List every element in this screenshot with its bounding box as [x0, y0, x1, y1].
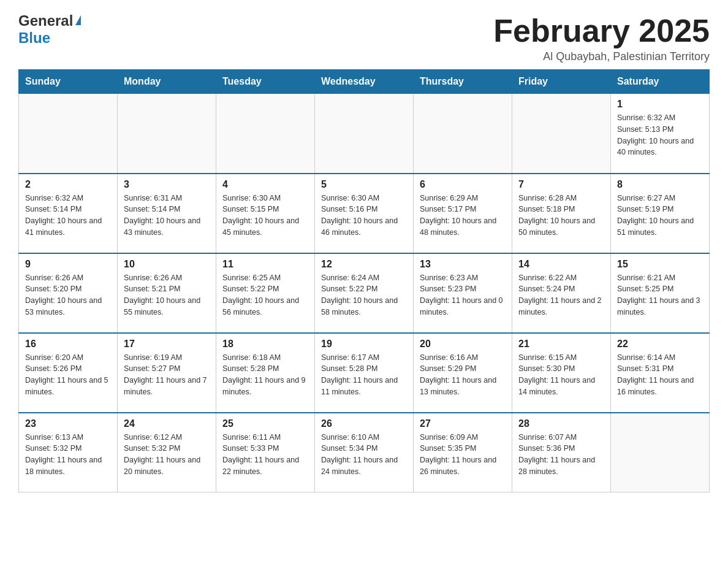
day-number: 8 — [617, 179, 703, 190]
calendar-cell — [512, 94, 611, 174]
calendar-cell: 11Sunrise: 6:25 AMSunset: 5:22 PMDayligh… — [216, 253, 315, 333]
calendar-cell: 24Sunrise: 6:12 AMSunset: 5:32 PMDayligh… — [118, 413, 216, 492]
calendar-cell: 9Sunrise: 6:26 AMSunset: 5:20 PMDaylight… — [19, 253, 118, 333]
calendar-cell: 5Sunrise: 6:30 AMSunset: 5:16 PMDaylight… — [315, 174, 414, 253]
calendar-cell: 19Sunrise: 6:17 AMSunset: 5:28 PMDayligh… — [315, 333, 414, 413]
day-number: 5 — [321, 179, 407, 190]
calendar-cell: 12Sunrise: 6:24 AMSunset: 5:22 PMDayligh… — [315, 253, 414, 333]
calendar-cell — [611, 413, 710, 492]
calendar-cell: 15Sunrise: 6:21 AMSunset: 5:25 PMDayligh… — [611, 253, 710, 333]
calendar-cell — [19, 94, 118, 174]
calendar-header-row: SundayMondayTuesdayWednesdayThursdayFrid… — [19, 70, 710, 94]
month-title: February 2025 — [493, 12, 710, 49]
day-info: Sunrise: 6:22 AMSunset: 5:24 PMDaylight:… — [518, 272, 604, 318]
day-info: Sunrise: 6:19 AMSunset: 5:27 PMDaylight:… — [124, 352, 210, 398]
calendar-cell: 14Sunrise: 6:22 AMSunset: 5:24 PMDayligh… — [512, 253, 611, 333]
page-header: General Blue February 2025 Al Qubaybah, … — [18, 12, 710, 63]
day-info: Sunrise: 6:12 AMSunset: 5:32 PMDaylight:… — [124, 432, 210, 478]
calendar-week-2: 2Sunrise: 6:32 AMSunset: 5:14 PMDaylight… — [19, 174, 710, 253]
day-info: Sunrise: 6:31 AMSunset: 5:14 PMDaylight:… — [124, 193, 210, 239]
day-info: Sunrise: 6:07 AMSunset: 5:36 PMDaylight:… — [518, 432, 604, 478]
calendar-cell: 4Sunrise: 6:30 AMSunset: 5:15 PMDaylight… — [216, 174, 315, 253]
day-info: Sunrise: 6:13 AMSunset: 5:32 PMDaylight:… — [25, 432, 111, 478]
col-header-sunday: Sunday — [19, 70, 118, 94]
calendar-week-1: 1Sunrise: 6:32 AMSunset: 5:13 PMDaylight… — [19, 94, 710, 174]
day-info: Sunrise: 6:11 AMSunset: 5:33 PMDaylight:… — [222, 432, 308, 478]
location-subtitle: Al Qubaybah, Palestinian Territory — [493, 50, 710, 63]
day-info: Sunrise: 6:28 AMSunset: 5:18 PMDaylight:… — [518, 193, 604, 239]
calendar-cell: 28Sunrise: 6:07 AMSunset: 5:36 PMDayligh… — [512, 413, 611, 492]
day-number: 25 — [222, 418, 308, 429]
day-number: 22 — [617, 339, 703, 350]
day-number: 16 — [25, 339, 111, 350]
col-header-friday: Friday — [512, 70, 611, 94]
day-info: Sunrise: 6:30 AMSunset: 5:16 PMDaylight:… — [321, 193, 407, 239]
calendar-cell — [216, 94, 315, 174]
day-number: 13 — [420, 259, 506, 270]
day-info: Sunrise: 6:15 AMSunset: 5:30 PMDaylight:… — [518, 352, 604, 398]
day-number: 11 — [222, 259, 308, 270]
day-info: Sunrise: 6:21 AMSunset: 5:25 PMDaylight:… — [617, 272, 703, 318]
calendar-cell: 10Sunrise: 6:26 AMSunset: 5:21 PMDayligh… — [118, 253, 216, 333]
day-number: 26 — [321, 418, 407, 429]
calendar-week-4: 16Sunrise: 6:20 AMSunset: 5:26 PMDayligh… — [19, 333, 710, 413]
day-info: Sunrise: 6:26 AMSunset: 5:21 PMDaylight:… — [124, 272, 210, 318]
day-number: 4 — [222, 179, 308, 190]
day-number: 3 — [124, 179, 210, 190]
day-number: 28 — [518, 418, 604, 429]
calendar-cell: 16Sunrise: 6:20 AMSunset: 5:26 PMDayligh… — [19, 333, 118, 413]
calendar-cell: 3Sunrise: 6:31 AMSunset: 5:14 PMDaylight… — [118, 174, 216, 253]
day-number: 6 — [420, 179, 506, 190]
day-number: 12 — [321, 259, 407, 270]
calendar-cell: 25Sunrise: 6:11 AMSunset: 5:33 PMDayligh… — [216, 413, 315, 492]
day-info: Sunrise: 6:16 AMSunset: 5:29 PMDaylight:… — [420, 352, 506, 398]
day-number: 18 — [222, 339, 308, 350]
day-number: 27 — [420, 418, 506, 429]
calendar-table: SundayMondayTuesdayWednesdayThursdayFrid… — [18, 69, 710, 492]
day-info: Sunrise: 6:26 AMSunset: 5:20 PMDaylight:… — [25, 272, 111, 318]
col-header-saturday: Saturday — [611, 70, 710, 94]
title-area: February 2025 Al Qubaybah, Palestinian T… — [493, 12, 710, 63]
calendar-week-3: 9Sunrise: 6:26 AMSunset: 5:20 PMDaylight… — [19, 253, 710, 333]
day-number: 15 — [617, 259, 703, 270]
logo-general-text: General — [18, 12, 73, 29]
day-info: Sunrise: 6:18 AMSunset: 5:28 PMDaylight:… — [222, 352, 308, 398]
col-header-monday: Monday — [118, 70, 216, 94]
logo: General Blue — [18, 12, 81, 47]
calendar-cell: 13Sunrise: 6:23 AMSunset: 5:23 PMDayligh… — [414, 253, 512, 333]
col-header-wednesday: Wednesday — [315, 70, 414, 94]
logo-blue-text: Blue — [18, 29, 50, 46]
day-number: 19 — [321, 339, 407, 350]
day-info: Sunrise: 6:17 AMSunset: 5:28 PMDaylight:… — [321, 352, 407, 398]
calendar-cell — [315, 94, 414, 174]
day-number: 21 — [518, 339, 604, 350]
day-number: 20 — [420, 339, 506, 350]
day-number: 10 — [124, 259, 210, 270]
calendar-cell: 22Sunrise: 6:14 AMSunset: 5:31 PMDayligh… — [611, 333, 710, 413]
day-number: 23 — [25, 418, 111, 429]
col-header-tuesday: Tuesday — [216, 70, 315, 94]
day-info: Sunrise: 6:30 AMSunset: 5:15 PMDaylight:… — [222, 193, 308, 239]
day-info: Sunrise: 6:20 AMSunset: 5:26 PMDaylight:… — [25, 352, 111, 398]
calendar-week-5: 23Sunrise: 6:13 AMSunset: 5:32 PMDayligh… — [19, 413, 710, 492]
day-info: Sunrise: 6:10 AMSunset: 5:34 PMDaylight:… — [321, 432, 407, 478]
calendar-cell: 20Sunrise: 6:16 AMSunset: 5:29 PMDayligh… — [414, 333, 512, 413]
day-number: 14 — [518, 259, 604, 270]
calendar-cell: 8Sunrise: 6:27 AMSunset: 5:19 PMDaylight… — [611, 174, 710, 253]
col-header-thursday: Thursday — [414, 70, 512, 94]
day-info: Sunrise: 6:24 AMSunset: 5:22 PMDaylight:… — [321, 272, 407, 318]
day-number: 7 — [518, 179, 604, 190]
day-number: 17 — [124, 339, 210, 350]
day-info: Sunrise: 6:14 AMSunset: 5:31 PMDaylight:… — [617, 352, 703, 398]
day-number: 24 — [124, 418, 210, 429]
day-number: 1 — [617, 99, 703, 110]
calendar-cell: 1Sunrise: 6:32 AMSunset: 5:13 PMDaylight… — [611, 94, 710, 174]
day-info: Sunrise: 6:27 AMSunset: 5:19 PMDaylight:… — [617, 193, 703, 239]
day-number: 9 — [25, 259, 111, 270]
calendar-cell — [118, 94, 216, 174]
calendar-cell — [414, 94, 512, 174]
calendar-cell: 18Sunrise: 6:18 AMSunset: 5:28 PMDayligh… — [216, 333, 315, 413]
day-number: 2 — [25, 179, 111, 190]
day-info: Sunrise: 6:25 AMSunset: 5:22 PMDaylight:… — [222, 272, 308, 318]
calendar-cell: 6Sunrise: 6:29 AMSunset: 5:17 PMDaylight… — [414, 174, 512, 253]
